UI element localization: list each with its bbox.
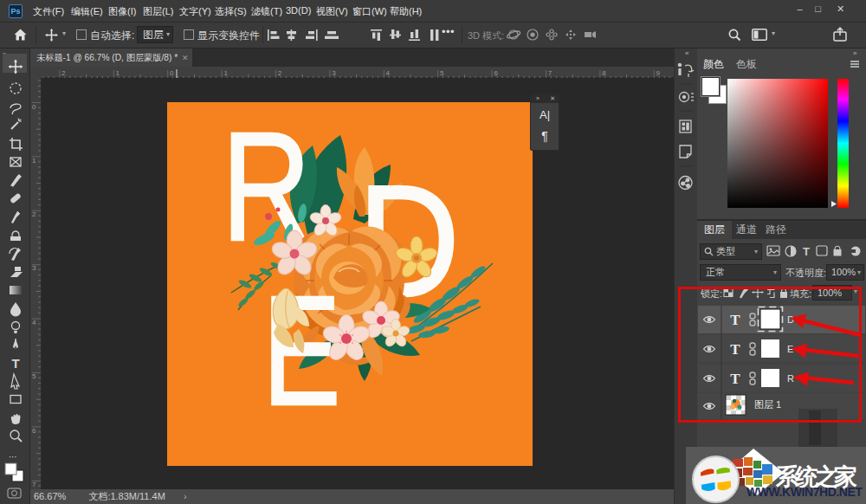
svg-text:3: 3 [332, 69, 336, 77]
svg-text:8: 8 [602, 69, 606, 77]
svg-text:1: 1 [32, 157, 36, 165]
svg-text:3: 3 [32, 264, 36, 272]
svg-text:6: 6 [32, 427, 36, 435]
svg-text:WWW.KWIN7HD.NET: WWW.KWIN7HD.NET [746, 485, 863, 499]
svg-text:5: 5 [32, 372, 36, 380]
svg-text:2: 2 [278, 69, 282, 77]
svg-text:«: « [685, 49, 689, 57]
svg-text:4: 4 [386, 69, 391, 77]
svg-text:0: 0 [170, 69, 174, 77]
svg-text:0: 0 [32, 103, 36, 111]
svg-text:T: T [11, 356, 19, 371]
svg-text:1: 1 [116, 69, 120, 77]
svg-text:6: 6 [494, 69, 498, 77]
svg-text:1: 1 [223, 69, 228, 77]
svg-text:2: 2 [32, 210, 36, 218]
svg-text:9: 9 [656, 69, 661, 77]
svg-text:2: 2 [61, 69, 66, 77]
svg-text:7: 7 [32, 481, 36, 488]
svg-text:⋯: ⋯ [9, 452, 17, 462]
svg-text:T: T [803, 245, 810, 258]
svg-text:4: 4 [32, 319, 36, 326]
svg-text:5: 5 [440, 69, 444, 77]
svg-text:7: 7 [548, 69, 553, 77]
